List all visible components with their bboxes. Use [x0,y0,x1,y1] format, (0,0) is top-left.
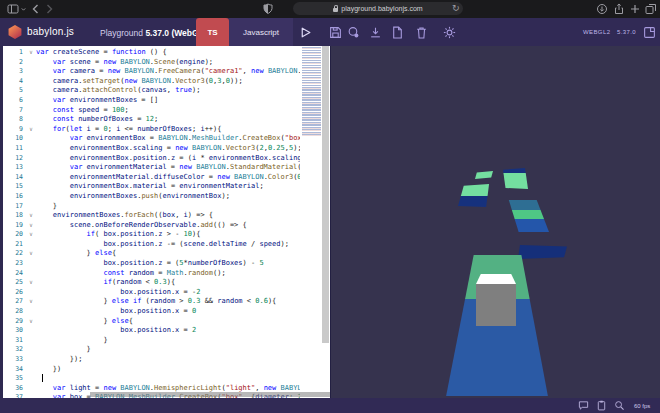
babylon-logo-icon[interactable] [8,25,22,39]
new-file-icon[interactable] [391,26,404,39]
lock-icon [333,8,338,12]
code-text: var environmentBoxes = [] [36,96,158,106]
tab-overview-icon[interactable] [645,3,657,15]
code-line[interactable]: 33 }); [3,355,330,365]
code-line[interactable]: 30 box.position.x = 2 [3,326,330,336]
code-line[interactable]: 8 const numberOfBoxes = 12; [3,115,330,125]
code-line[interactable]: 24 const random = Math.random(); [3,269,330,279]
fold-gutter [26,336,36,346]
comment-icon[interactable] [578,400,589,411]
play-icon[interactable] [299,26,312,39]
line-number: 15 [3,182,26,192]
code-text: var createScene = function () { [36,48,167,58]
line-number: 27 [3,297,26,307]
code-line[interactable]: 28 box.position.x = 0 [3,307,330,317]
line-number: 31 [3,336,26,346]
inspector-icon[interactable] [347,26,360,39]
vertical-scrollbar[interactable] [322,46,329,343]
code-line[interactable]: 6 var environmentBoxes = [] [3,96,330,106]
code-editor-lines[interactable]: 1∨var createScene = function () {2 var s… [3,48,330,398]
tab-javascript[interactable]: Javascript [229,18,293,46]
fold-gutter [26,173,36,183]
code-line[interactable]: 12 environmentBox.position.z = (i * envi… [3,154,330,164]
code-line[interactable]: 14 environmentMaterial.diffuseColor = ne… [3,173,330,183]
code-line[interactable]: 27∨ } else if (random > 0.3 && random < … [3,297,330,307]
code-line[interactable]: 9∨ for(let i = 0; i <= numberOfBoxes; i+… [3,125,330,135]
fold-chevron-icon[interactable]: ∨ [26,297,36,307]
trash-icon[interactable] [415,26,428,39]
line-number: 11 [3,144,26,154]
playground-title: Playground 5.37.0 (WebGL2) [100,28,211,38]
fold-gutter [26,134,36,144]
fold-chevron-icon[interactable]: ∨ [26,221,36,231]
forward-icon[interactable] [43,3,55,15]
code-line[interactable]: 34 }) [3,365,330,375]
code-line[interactable]: 7 const speed = 100; [3,106,330,116]
gear-icon[interactable] [443,26,456,39]
share-icon[interactable] [613,3,625,15]
line-number: 19 [3,221,26,231]
code-line[interactable]: 17 } [3,202,330,212]
clipboard-icon[interactable] [596,400,607,411]
fold-chevron-icon[interactable]: ∨ [26,230,36,240]
fps-counter: 60 fps [634,403,650,409]
line-number: 32 [3,345,26,355]
fold-chevron-icon[interactable]: ∨ [26,249,36,259]
examples-icon[interactable] [643,26,656,39]
code-text: var camera = new BABYLON.FreeCamera("cam… [36,67,323,77]
code-text: } else{ [36,249,116,259]
code-line[interactable]: 19∨ scene.onBeforeRenderObservable.add((… [3,221,330,231]
code-text: scene.onBeforeRenderObservable.add(() =>… [36,221,247,231]
code-line[interactable]: 13 var environmentMaterial = new BABYLON… [3,163,330,173]
babylon-logo-text[interactable]: babylon.js [27,26,74,37]
tab-typescript[interactable]: TS [196,18,229,46]
code-line[interactable]: 29∨ } else{ [3,317,330,327]
fold-chevron-icon[interactable]: ∨ [26,317,36,327]
code-line[interactable]: 2 var scene = new BABYLON.Scene(engine); [3,58,330,68]
shield-icon[interactable] [262,3,274,15]
code-line[interactable]: 11 environmentBox.scaling = new BABYLON.… [3,144,330,154]
reload-icon[interactable]: ↻ [452,2,460,14]
code-text: } else{ [36,317,133,327]
code-line[interactable]: 22∨ } else{ [3,249,330,259]
code-line[interactable]: 26 box.position.x = -2 [3,288,330,298]
minimap[interactable] [302,47,321,137]
chevron-down-icon[interactable] [20,3,27,15]
code-line[interactable]: 16 environmentBoxes.push(environmentBox)… [3,192,330,202]
playground-footer: 60 fps [0,398,660,413]
code-line[interactable]: 4 camera.setTarget(new BABYLON.Vector3(0… [3,77,330,87]
download-icon[interactable] [369,26,382,39]
fold-chevron-icon[interactable]: ∨ [26,48,36,58]
code-line[interactable]: 21 box.position.z -= (scene.deltaTime / … [3,240,330,250]
horizontal-scrollbar[interactable] [90,392,330,397]
playground-header: babylon.js Playground 5.37.0 (WebGL2) TS… [0,18,660,46]
code-line[interactable]: 1∨var createScene = function () { [3,48,330,58]
code-line[interactable]: 15 environmentBox.material = environment… [3,182,330,192]
search-icon[interactable] [614,400,625,411]
code-line[interactable]: 32 } [3,345,330,355]
fold-chevron-icon[interactable]: ∨ [26,211,36,221]
new-tab-icon[interactable] [629,3,641,15]
main-split: 1∨var createScene = function () {2 var s… [0,46,660,398]
code-line[interactable]: 18∨ environmentBoxes.forEach((box, i) =>… [3,211,330,221]
code-line[interactable]: 3 var camera = new BABYLON.FreeCamera("c… [3,67,330,77]
back-icon[interactable] [30,3,42,15]
fold-chevron-icon[interactable]: ∨ [26,278,36,288]
fold-chevron-icon[interactable]: ∨ [26,125,36,135]
code-line[interactable]: 10 var environmentBox = BABYLON.MeshBuil… [3,134,330,144]
box-right-mid [508,200,549,232]
code-editor[interactable]: 1∨var createScene = function () {2 var s… [0,46,330,398]
code-line[interactable]: 20∨ if( box.position.z > - 10){ [3,230,330,240]
code-line[interactable]: 5 camera.attachControl(canvas, true); [3,86,330,96]
fold-gutter [26,259,36,269]
code-line[interactable]: 31 } [3,336,330,346]
save-icon[interactable] [329,26,342,39]
sidebar-icon[interactable] [7,3,19,15]
code-line[interactable]: 35 [3,374,330,384]
address-bar[interactable]: playground.babylonjs.com [293,2,463,15]
render-canvas[interactable] [330,46,660,398]
code-line[interactable]: 23 box.position.z = (5*numberOfBoxes) - … [3,259,330,269]
downloads-icon[interactable] [596,3,608,15]
code-line[interactable]: 25∨ if(random < 0.3){ [3,278,330,288]
code-text: box.position.x = -2 [36,288,200,298]
